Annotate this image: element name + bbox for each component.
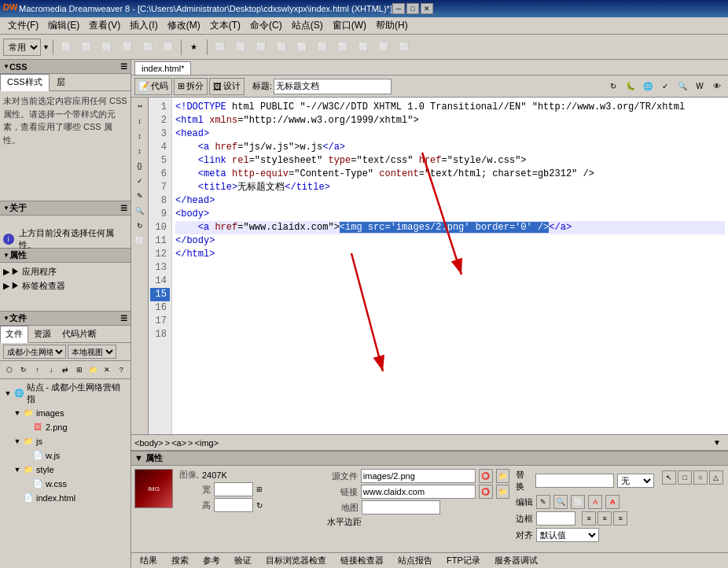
menu-command[interactable]: 命令(C): [245, 17, 287, 34]
width-input[interactable]: [214, 482, 253, 496]
code-view-btn[interactable]: 📝 代码: [134, 78, 172, 95]
edit-btn-5[interactable]: A: [605, 495, 620, 509]
code-editor[interactable]: ⇔ ↕ ↕ ↕ {} ✓ ✎ 🔍 ↻ ⬜ 1 2 3 4: [131, 98, 728, 434]
menu-file[interactable]: 文件(F): [3, 17, 43, 34]
refresh-btn[interactable]: ↻: [17, 363, 30, 377]
menu-site[interactable]: 站点(S): [287, 17, 328, 34]
menu-insert[interactable]: 插入(I): [125, 17, 162, 34]
toolbar-btn-9[interactable]: ⬜: [231, 38, 250, 57]
css-tab-styles[interactable]: CSS样式: [0, 74, 50, 91]
menu-view[interactable]: 查看(V): [84, 17, 125, 34]
map-poly-btn[interactable]: △: [709, 470, 723, 485]
align-center-btn[interactable]: ≡: [597, 511, 612, 526]
edit-btn-1[interactable]: ✎: [536, 495, 550, 509]
connect-btn[interactable]: ⬡: [3, 363, 16, 377]
left-btn-2[interactable]: ↕: [133, 114, 147, 128]
edit-btn-4[interactable]: A: [588, 495, 602, 509]
about-panel-header[interactable]: ▼ 关于 ☰: [0, 201, 131, 216]
toolbar-btn-5[interactable]: ⬜: [138, 38, 157, 57]
tree-style-folder[interactable]: ▼ 📁 style: [2, 463, 129, 477]
border-input[interactable]: [536, 511, 575, 526]
edit-btn-3[interactable]: ⬜: [571, 495, 585, 509]
upload-btn[interactable]: ↑: [31, 363, 44, 377]
bottom-tab-ftp-log[interactable]: FTP记录: [441, 553, 486, 568]
menu-modify[interactable]: 修改(M): [163, 17, 205, 34]
left-btn-4[interactable]: ↕: [133, 144, 147, 158]
src-browse-btn[interactable]: ⭕: [479, 469, 493, 483]
tree-file-wcss[interactable]: 📄 w.css: [2, 477, 129, 491]
site-select[interactable]: 成都小生网络: [3, 345, 66, 359]
link-input[interactable]: [361, 485, 476, 499]
breadcrumb-body[interactable]: <body>: [134, 438, 164, 448]
debug-btn[interactable]: 🐛: [623, 79, 638, 94]
file-tab-assets[interactable]: 资源: [28, 326, 57, 342]
css-panel-menu-icon[interactable]: ☰: [120, 62, 127, 71]
align-right-btn[interactable]: ≡: [613, 511, 627, 526]
src-input[interactable]: [361, 469, 476, 483]
bottom-tab-validate[interactable]: 验证: [229, 553, 257, 568]
split-view-btn[interactable]: ⊞ 拆分: [174, 78, 208, 95]
tree-file-2png[interactable]: 🖼 2.png: [2, 420, 129, 434]
left-btn-9[interactable]: ↻: [133, 219, 147, 233]
menu-window[interactable]: 窗口(W): [328, 17, 371, 34]
src-folder-btn[interactable]: 📁: [496, 469, 510, 483]
css-tab-layers[interactable]: 层: [50, 74, 72, 90]
tree-js-folder[interactable]: ▼ 📁 js: [2, 434, 129, 448]
toolbar-btn-12[interactable]: ⬜: [292, 38, 311, 57]
toolbar-btn-13[interactable]: ⬜: [313, 38, 332, 57]
toolbar-btn-14[interactable]: ⬜: [333, 38, 352, 57]
browser-check-btn[interactable]: 🔍: [675, 79, 690, 94]
preview-btn[interactable]: 🌐: [640, 79, 656, 94]
props-panel-header[interactable]: ▼ 属性: [131, 452, 728, 466]
doc-tab-index[interactable]: index.html*: [134, 61, 191, 75]
bottom-tab-server-debug[interactable]: 服务器调试: [489, 553, 543, 568]
map-rect-btn[interactable]: □: [678, 470, 692, 485]
menu-text[interactable]: 文本(T): [205, 17, 245, 34]
replace-input[interactable]: [535, 474, 614, 488]
left-btn-5[interactable]: {}: [133, 159, 147, 173]
bottom-tab-link-checker[interactable]: 链接检查器: [335, 553, 389, 568]
code-content[interactable]: <!DOCTYPE html PUBLIC "-//W3C//DTD XHTML…: [172, 98, 728, 434]
menu-help[interactable]: 帮助(H): [371, 17, 413, 34]
map-pointer-btn[interactable]: ↖: [662, 470, 676, 485]
breadcrumb-img[interactable]: <img>: [195, 438, 219, 448]
toolbar-btn-4[interactable]: ⬜: [118, 38, 137, 57]
visual-aids-btn[interactable]: 👁: [709, 79, 725, 94]
status-expand-btn[interactable]: ▼: [709, 435, 725, 451]
left-btn-1[interactable]: ⇔: [133, 99, 147, 113]
align-select[interactable]: 默认值: [536, 528, 599, 542]
toolbar-btn-3[interactable]: ⬜: [97, 38, 116, 57]
bottom-tab-site-report[interactable]: 站点报告: [392, 553, 438, 568]
left-btn-10[interactable]: ⬜: [133, 234, 147, 248]
bottom-tab-reference[interactable]: 参考: [197, 553, 226, 568]
file-help-btn[interactable]: ?: [115, 363, 127, 377]
map-circle-btn[interactable]: ○: [693, 470, 708, 485]
css-panel-header[interactable]: ▼ CSS ☰: [0, 60, 131, 74]
tag-item[interactable]: ▶ ▶ 标签检查器: [3, 280, 127, 292]
left-btn-8[interactable]: 🔍: [133, 204, 147, 218]
height-input[interactable]: [214, 498, 253, 512]
toolbar-btn-2[interactable]: ⬜: [77, 38, 96, 57]
view-select[interactable]: 本地视图: [68, 345, 116, 359]
left-btn-6[interactable]: ✓: [133, 174, 147, 188]
height-refresh-icon[interactable]: ↻: [256, 501, 263, 510]
bottom-tab-search[interactable]: 搜索: [166, 553, 194, 568]
left-btn-3[interactable]: ↕: [133, 129, 147, 143]
validate-btn[interactable]: ✓: [657, 79, 673, 94]
w3c-btn[interactable]: W: [692, 79, 708, 94]
menu-edit[interactable]: 编辑(E): [43, 17, 84, 34]
design-view-btn[interactable]: 🖼 设计: [209, 78, 245, 95]
link-folder-btn[interactable]: 📁: [496, 485, 510, 499]
toolbar-btn-6[interactable]: ⬜: [159, 38, 178, 57]
toolbar-btn-7[interactable]: ★: [185, 38, 204, 57]
download-btn[interactable]: ↓: [45, 363, 57, 377]
file-tab-files[interactable]: 文件: [0, 326, 28, 343]
edit-btn-2[interactable]: 🔍: [553, 495, 568, 509]
toolbar-btn-17[interactable]: ⬜: [395, 38, 414, 57]
file-tab-snippets[interactable]: 代码片断: [57, 326, 102, 342]
class-select[interactable]: 无: [617, 474, 654, 488]
minimize-btn[interactable]: ─: [392, 3, 405, 14]
new-folder-btn[interactable]: 📁: [87, 363, 100, 377]
link-browse-btn[interactable]: ⭕: [479, 485, 493, 499]
file-panel-menu-icon[interactable]: ☰: [120, 314, 127, 323]
